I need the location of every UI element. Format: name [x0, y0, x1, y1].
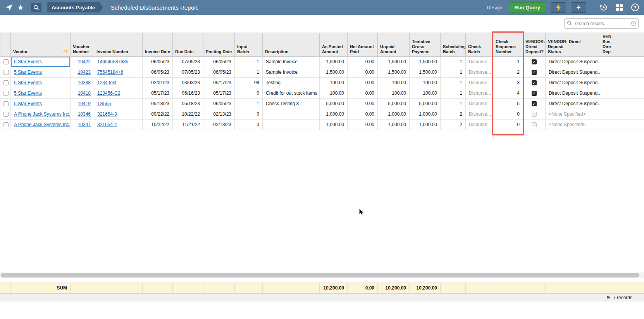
cell-sched_batch: 2 — [441, 120, 466, 130]
direct-deposit-checkbox[interactable]: ✓ — [532, 91, 537, 96]
column-header-net_paid[interactable]: Net Amount Paid — [348, 33, 378, 57]
vendor-link[interactable]: A Phone Jack Systems Inc. — [14, 111, 70, 117]
voucher-link[interactable]: 10347 — [78, 122, 91, 127]
column-header-description[interactable]: Description — [263, 33, 320, 57]
cell-dd_flag: ✓ — [523, 88, 546, 99]
cell-dd_flag — [523, 109, 546, 120]
column-header-label: VEN Sus Dire Dep — [603, 34, 611, 54]
cell-due_date: 07/05/23 — [173, 57, 203, 67]
cell-text: 1 — [460, 90, 462, 96]
help-icon[interactable]: ? — [631, 3, 639, 12]
cell-text: 1,000.00 — [419, 111, 437, 117]
column-header-sel[interactable] — [0, 33, 11, 57]
direct-deposit-checkbox[interactable]: ✓ — [532, 101, 537, 106]
column-header-as_posted[interactable]: As Posted Amount — [320, 33, 348, 57]
vendor-link[interactable]: 5 Star Events — [14, 69, 42, 75]
column-header-unpaid[interactable]: Unpaid Amount — [378, 33, 410, 57]
vendor-link[interactable]: 5 Star Events — [14, 90, 42, 96]
cell-dd_suspend — [600, 78, 644, 88]
invoice_number-link[interactable]: 1234 test — [97, 80, 116, 85]
cell-posting_date: 06/05/23 — [203, 67, 235, 78]
voucher-link[interactable]: 10419 — [78, 101, 91, 106]
app-logo-icon[interactable] — [5, 3, 13, 12]
direct-deposit-checkbox[interactable]: ✓ — [532, 59, 537, 64]
global-search-button[interactable] — [31, 3, 41, 12]
row-select-checkbox[interactable] — [3, 122, 9, 127]
direct-deposit-checkbox[interactable]: ✓ — [532, 80, 537, 85]
mouse-cursor — [359, 208, 365, 218]
favorites-star-icon[interactable]: ★ — [17, 3, 24, 11]
cell-text: 5 — [517, 101, 520, 106]
cell-text: 0.00 — [365, 101, 374, 106]
cell-invoice_date: 05/17/23 — [143, 88, 173, 99]
row-select-checkbox[interactable] — [3, 80, 9, 85]
column-header-invoice_number[interactable]: Invoice Number — [94, 33, 143, 57]
column-header-dd_flag[interactable]: VENDOR: Direct Deposit? — [523, 33, 546, 57]
column-header-dd_suspend[interactable]: VEN Sus Dire Dep — [600, 33, 644, 57]
invoice_number-link[interactable]: 321654-3 — [97, 111, 117, 117]
cell-input_batch: 98 — [235, 78, 263, 88]
cell-input_batch: 1 — [235, 57, 263, 67]
voucher-link[interactable]: 10418 — [78, 90, 91, 96]
quick-run-bolt-button[interactable] — [551, 2, 566, 13]
column-header-posting_date[interactable]: Posting Date — [203, 33, 235, 57]
horizontal-scrollbar-thumb[interactable] — [1, 273, 639, 277]
invoice_number-link[interactable]: 123456-C2 — [97, 90, 120, 96]
cell-sched_batch: 1 — [441, 57, 466, 67]
cell-text: 0.00 — [365, 90, 374, 96]
column-header-voucher[interactable]: Voucher Number — [71, 33, 94, 57]
column-header-invoice_date[interactable]: Invoice Date — [143, 33, 173, 57]
apps-grid-icon[interactable] — [616, 4, 623, 11]
voucher-link[interactable]: 10388 — [78, 80, 91, 85]
row-select-checkbox[interactable] — [3, 91, 9, 96]
voucher-link[interactable]: 10346 — [78, 111, 91, 117]
direct-deposit-checkbox[interactable] — [532, 112, 537, 117]
column-header-vendor[interactable]: ^1Vendor — [11, 33, 71, 57]
cell-dd_flag: ✓ — [523, 67, 546, 78]
direct-deposit-checkbox[interactable] — [532, 122, 537, 127]
cell-text: 1 — [460, 101, 462, 106]
cell-text: Direct Deposit Suspend... — [549, 69, 600, 75]
cell-text: 05/18/23 — [182, 101, 200, 106]
vendor-link[interactable]: 5 Star Events — [14, 59, 42, 64]
cell-tentative: 100.00 — [410, 88, 441, 99]
voucher-link[interactable]: 10423 — [78, 69, 91, 75]
column-header-tentative[interactable]: Tentative Gross Payment — [410, 33, 441, 57]
column-header-input_batch[interactable]: Input Batch — [235, 33, 263, 57]
column-header-label: Tentative Gross Payment — [412, 39, 430, 54]
row-select-checkbox[interactable] — [3, 70, 9, 75]
voucher-link[interactable]: 10422 — [78, 59, 91, 64]
cell-text: Check Testing 3 — [266, 101, 299, 106]
row-select-checkbox[interactable] — [3, 101, 9, 106]
add-button[interactable]: + — [571, 2, 586, 13]
cell-text: 1,000.00 — [326, 111, 344, 117]
cell-voucher: 10419 — [71, 99, 94, 109]
column-header-label: Invoice Date — [145, 49, 170, 54]
cell-text: 0 — [517, 122, 520, 127]
sum-row: SUM10,200.000.0010,200.0010,200.00 — [0, 283, 644, 293]
search-results-input[interactable] — [564, 18, 639, 29]
row-select-checkbox[interactable] — [3, 112, 9, 117]
column-header-sched_batch[interactable]: Scheduling Batch — [441, 33, 466, 57]
invoice_number-link[interactable]: 146546587685 — [97, 59, 128, 64]
invoice_number-link[interactable]: 321654-4 — [97, 122, 117, 127]
invoice_number-link[interactable]: TS555 — [97, 101, 111, 106]
invoice_number-link[interactable]: 75645184+6 — [97, 69, 123, 75]
clear-search-icon[interactable] — [631, 21, 636, 26]
vendor-link[interactable]: 5 Star Events — [14, 80, 42, 85]
direct-deposit-checkbox[interactable]: ✓ — [532, 70, 537, 75]
column-header-check_seq[interactable]: Check Sequence Number — [493, 33, 523, 57]
column-header-dd_status[interactable]: VENDOR: Direct Deposit Status — [546, 33, 600, 57]
breadcrumb-module[interactable]: Accounts Payable — [47, 2, 100, 12]
cell-voucher: 10423 — [71, 67, 94, 78]
row-select-checkbox[interactable] — [3, 59, 9, 64]
vendor-link[interactable]: 5 Star Events — [14, 101, 42, 106]
history-icon[interactable] — [599, 3, 608, 12]
design-button[interactable]: Design — [487, 5, 502, 10]
vendor-link[interactable]: A Phone Jack Systems Inc. — [14, 122, 70, 127]
cell-dd_suspend — [600, 109, 644, 120]
column-header-due_date[interactable]: Due Date — [173, 33, 203, 57]
run-query-button[interactable]: Run Query — [509, 2, 546, 13]
column-header-check_batch[interactable]: Check Batch — [466, 33, 493, 57]
cell-text: Direct Deposit Suspend... — [549, 90, 600, 96]
